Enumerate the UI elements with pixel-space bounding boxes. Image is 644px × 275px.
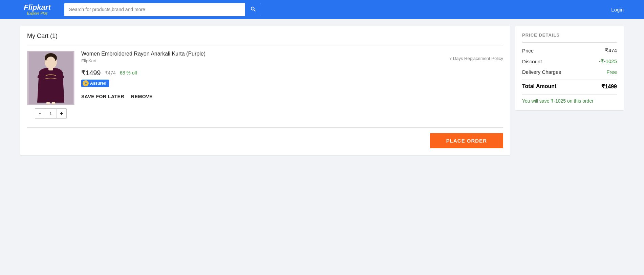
cart-section: My Cart (1)	[20, 26, 510, 155]
item-seller-policy-row: Women Embroidered Rayon Anarkali Kurta (…	[81, 51, 503, 66]
logo-text: Flipkart	[24, 4, 50, 11]
total-label: Total Amount	[522, 83, 556, 90]
replacement-policy: 7 Days Replacement Policy	[449, 56, 503, 61]
cart-title: My Cart (1)	[27, 33, 503, 40]
search-icon	[250, 6, 256, 12]
total-value: ₹1499	[601, 83, 617, 90]
item-seller: FlipKart	[81, 58, 206, 63]
price-label: Price	[522, 48, 534, 54]
quantity-value: 1	[45, 109, 57, 118]
assured-icon: F	[83, 80, 89, 86]
item-pricing: ₹1499 ₹474 68 % off	[81, 69, 503, 77]
login-button[interactable]: Login	[611, 7, 624, 13]
price-row: Price ₹474	[522, 47, 617, 54]
svg-rect-5	[46, 102, 50, 104]
product-image-svg	[29, 52, 73, 104]
item-name-group: Women Embroidered Rayon Anarkali Kurta (…	[81, 51, 206, 66]
place-order-area: PLACE ORDER	[27, 127, 503, 148]
item-image	[27, 51, 74, 105]
item-image-area: - 1 +	[27, 51, 74, 119]
price-details-section: PRICE DETAILS Price ₹474 Discount -₹-102…	[515, 26, 624, 110]
assured-badge: F Assured	[81, 80, 109, 87]
price-details-title: PRICE DETAILS	[522, 33, 617, 43]
search-input[interactable]	[64, 4, 245, 15]
logo-sub: Explore Plus	[27, 11, 48, 15]
delivery-label: Delivery Charges	[522, 69, 561, 75]
search-bar	[64, 3, 261, 16]
cart-item: - 1 + Women Embroidered Rayon Anarkali K…	[27, 51, 503, 124]
quantity-increase-button[interactable]: +	[57, 109, 66, 118]
header: Flipkart Explore Plus Login	[0, 0, 644, 19]
delivery-row: Delivery Charges Free	[522, 69, 617, 75]
assured-label: Assured	[90, 81, 106, 86]
price-value: ₹474	[605, 47, 617, 54]
main-content: My Cart (1)	[0, 19, 644, 162]
logo-area: Flipkart Explore Plus	[20, 4, 54, 15]
svg-rect-3	[48, 67, 53, 70]
delivery-value: Free	[606, 69, 617, 75]
svg-rect-6	[52, 102, 55, 104]
discount-percent: 68 % off	[120, 70, 137, 76]
total-row: Total Amount ₹1499	[522, 83, 617, 90]
total-divider	[522, 80, 617, 80]
savings-divider	[522, 94, 617, 95]
discount-label: Discount	[522, 59, 542, 64]
discount-value: -₹-1025	[599, 58, 617, 64]
price-original: ₹474	[105, 70, 116, 76]
quantity-controls: - 1 +	[35, 108, 67, 119]
item-name: Women Embroidered Rayon Anarkali Kurta (…	[81, 51, 206, 57]
discount-row: Discount -₹-1025	[522, 58, 617, 64]
svg-point-4	[46, 57, 56, 67]
quantity-decrease-button[interactable]: -	[35, 109, 45, 118]
savings-text: You will save ₹-1025 on this order	[522, 98, 617, 104]
price-current: ₹1499	[81, 69, 101, 77]
item-actions: SAVE FOR LATER REMOVE	[81, 92, 503, 101]
save-for-later-button[interactable]: SAVE FOR LATER	[81, 92, 124, 101]
place-order-button[interactable]: PLACE ORDER	[430, 133, 503, 148]
item-details: Women Embroidered Rayon Anarkali Kurta (…	[81, 51, 503, 101]
cart-divider	[27, 45, 503, 45]
search-button[interactable]	[245, 3, 261, 16]
remove-button[interactable]: REMOVE	[131, 92, 153, 101]
